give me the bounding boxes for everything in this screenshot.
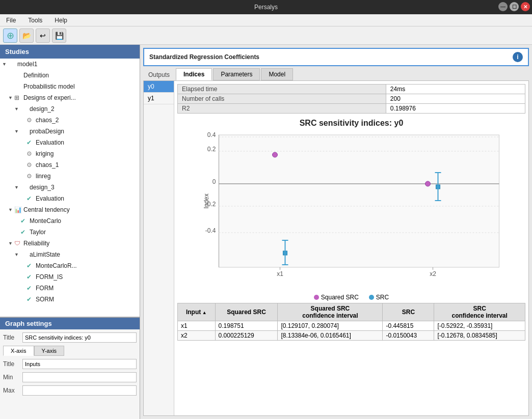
graph-settings-header: Graph settings [0, 318, 140, 329]
legend-squared-src-label: Squared SRC [321, 294, 359, 301]
tree-item[interactable]: Probabilistic model [0, 81, 140, 92]
save-button[interactable]: 💾 [52, 29, 66, 43]
stat-row: R20.198976 [178, 104, 525, 114]
tab-indices[interactable]: Indices [176, 68, 212, 80]
tree-item[interactable]: ▼model1 [0, 59, 140, 70]
tree-item[interactable]: ⚙chaos_2 [0, 115, 140, 126]
gs-axis-title-label: Title [3, 360, 22, 368]
stat-value: 24ms [386, 85, 525, 94]
tree-item[interactable]: ✔MonteCarloR... [0, 260, 140, 271]
stat-value: 200 [386, 94, 525, 104]
tree-item[interactable]: ▼📊Central tendency [0, 204, 140, 215]
left-panel: Studies ▼model1DefinitionProbabilistic m… [0, 45, 140, 419]
tree-item[interactable]: ▼probaDesign [0, 126, 140, 137]
main-area: Studies ▼model1DefinitionProbabilistic m… [0, 45, 532, 419]
tree-item[interactable]: ▼aLimitState [0, 249, 140, 260]
tree-item[interactable]: ⚙kriging [0, 148, 140, 159]
gs-min-label: Min [3, 374, 22, 381]
minimize-button[interactable]: — [498, 2, 508, 11]
table-cell-input: x1 [178, 321, 216, 331]
tree-item[interactable]: ▼🛡Reliability [0, 238, 140, 249]
stat-label: Number of calls [178, 94, 386, 104]
gs-title-row: Title [3, 332, 137, 343]
tree-item[interactable]: ✔MonteCarlo [0, 215, 140, 227]
stats-table: Elapsed time24msNumber of calls200R20.19… [177, 84, 525, 114]
result-header: Standardized Regression Coefficients i [143, 48, 529, 66]
gs-min-input[interactable] [22, 372, 137, 382]
tree-item[interactable]: ✔Evaluation [0, 193, 140, 204]
tab-model[interactable]: Model [261, 68, 293, 80]
graph-settings-content: Title X-axis Y-axis Title Min Max [0, 329, 140, 419]
stat-value: 0.198976 [386, 104, 525, 114]
tree-item[interactable]: ⚙chaos_1 [0, 159, 140, 171]
stat-label: Elapsed time [178, 85, 386, 94]
tree-item[interactable]: ▼design_2 [0, 103, 140, 115]
output-y1[interactable]: y1 [144, 93, 174, 104]
right-panel: Standardized Regression Coefficients i O… [140, 45, 532, 419]
tree-area[interactable]: ▼model1DefinitionProbabilistic model▼⊞De… [0, 59, 140, 317]
x1-squared-src-point [273, 152, 278, 157]
svg-text:0.4: 0.4 [207, 131, 216, 138]
outputs-tabs-row: Outputs Indices Parameters Model [143, 68, 529, 80]
stat-label: R2 [178, 104, 386, 114]
content-area: y0 y1 Elapsed time24msNumber of calls200… [143, 80, 529, 416]
tree-item[interactable]: ▼design_3 [0, 182, 140, 193]
tree-item[interactable]: ✔Taylor [0, 227, 140, 238]
menu-file[interactable]: File [3, 16, 19, 25]
gs-tab-xaxis[interactable]: X-axis [3, 346, 34, 356]
table-row: x20.000225129[8.13384e-06, 0.0165461]-0.… [178, 331, 525, 341]
outputs-list: y0 y1 [144, 81, 174, 415]
tab-parameters[interactable]: Parameters [213, 68, 260, 80]
gs-axis-title-input[interactable] [22, 359, 137, 369]
info-button[interactable]: i [513, 52, 523, 62]
svg-text:x1: x1 [277, 270, 283, 277]
gs-max-input[interactable] [22, 385, 137, 396]
tree-item[interactable]: ✔FORM [0, 283, 140, 294]
tree-item[interactable]: ▼⊞Designs of experi... [0, 92, 140, 103]
undo-button[interactable]: ↩ [36, 29, 50, 43]
close-button[interactable]: ✕ [521, 2, 530, 11]
gs-min-row: Min [3, 372, 137, 382]
gs-max-row: Max [3, 385, 137, 396]
window-controls: — ☐ ✕ [498, 2, 530, 11]
result-title: Standardized Regression Coefficients [149, 53, 259, 61]
legend-src-label: SRC [376, 294, 389, 301]
outputs-label: Outputs [143, 69, 175, 80]
tree-item[interactable]: ✔FORM_IS [0, 271, 140, 283]
toolbar: ⊕ 📂 ↩ 💾 [0, 26, 532, 45]
output-y0[interactable]: y0 [144, 81, 174, 93]
table-cell-squared_src_ci: [0.129107, 0.280074] [278, 321, 383, 331]
table-cell-src_ci: [-0.52922, -0.35931] [434, 321, 525, 331]
menu-help[interactable]: Help [51, 16, 70, 25]
table-cell-src: -0.0150043 [383, 331, 434, 341]
table-cell-src: -0.445815 [383, 321, 434, 331]
svg-text:-0.4: -0.4 [205, 227, 216, 234]
table-cell-squared_src: 0.198751 [215, 321, 278, 331]
gs-max-label: Max [3, 387, 22, 394]
tree-item[interactable]: ✔Evaluation [0, 137, 140, 148]
table-cell-squared_src: 0.000225129 [215, 331, 278, 341]
chart-title: SRC sensitivity indices: y0 [174, 119, 528, 128]
open-button[interactable]: 📂 [19, 29, 34, 43]
legend-squared-src: Squared SRC [314, 294, 359, 301]
table-row: x10.198751[0.129107, 0.280074]-0.445815[… [178, 321, 525, 331]
col-src: SRC [383, 303, 434, 321]
main-content: Elapsed time24msNumber of calls200R20.19… [174, 81, 528, 415]
maximize-button[interactable]: ☐ [510, 2, 519, 11]
chart-area: 0.4 0.2 0 -0.2 -0.4 Index [174, 130, 528, 293]
tree-item[interactable]: ⚙linreg [0, 171, 140, 182]
tree-item[interactable]: ✔SORM [0, 294, 140, 305]
col-squared-src: Squared SRC [215, 303, 278, 321]
gs-tab-yaxis[interactable]: Y-axis [34, 346, 65, 356]
stat-row: Elapsed time24ms [178, 85, 525, 94]
new-button[interactable]: ⊕ [3, 29, 17, 43]
x2-squared-src-point [425, 181, 431, 186]
titlebar: Persalys — ☐ ✕ [0, 0, 532, 14]
col-input[interactable]: Input [178, 303, 216, 321]
menu-tools[interactable]: Tools [25, 16, 45, 25]
col-squared-src-ci: Squared SRCconfidence interval [278, 303, 383, 321]
tree-item[interactable]: Definition [0, 70, 140, 81]
gs-tabs: X-axis Y-axis [3, 346, 137, 356]
gs-title-input[interactable] [22, 332, 137, 343]
svg-rect-0 [219, 135, 499, 267]
